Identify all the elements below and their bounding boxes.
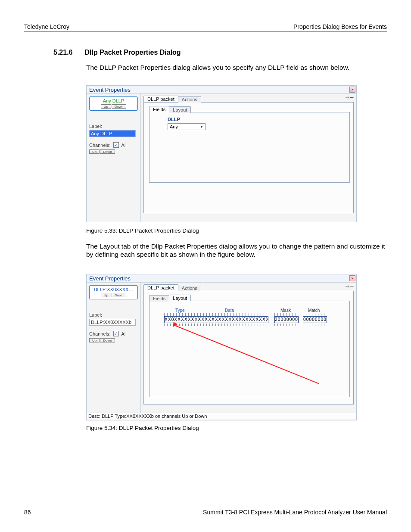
dllp-field-label: DLLP	[168, 117, 345, 122]
ruler-top	[164, 313, 268, 316]
layout-panel: Type Data Mask Match XX0XXXXXXXXXXXXXXXX…	[149, 301, 350, 397]
ruler-match-top	[303, 313, 327, 316]
right-pane: ⊣⊢ DLLP packet Actions Fields Layout Typ…	[141, 283, 356, 413]
figure-caption-1: Figure 5.33: DLLP Packet Properties Dial…	[86, 227, 199, 234]
tab-actions[interactable]: Actions	[178, 285, 201, 291]
mask-label: Mask	[280, 308, 291, 313]
event-node-name: DLLP:XX0XXXX…	[91, 287, 136, 292]
channel-down-button[interactable]: Down	[100, 338, 115, 342]
left-pane: DLLP:XX0XXXX… Up Down Label: DLLP:XX0XXX…	[87, 283, 141, 413]
pin-icon[interactable]: ⊣⊢	[345, 283, 354, 289]
dialog-title: Event Properties	[89, 275, 131, 282]
pointer-line	[175, 325, 320, 384]
section-number: 5.21.6	[53, 49, 83, 56]
dllp-combo-value: Any	[170, 124, 178, 129]
ruler-match-bottom	[303, 324, 327, 326]
page-footer: 86 Summit T3-8 PCI Express Multi-Lane Pr…	[24, 509, 387, 516]
pin-icon[interactable]: ⊣⊢	[345, 95, 354, 101]
down-button[interactable]: Down	[112, 104, 126, 109]
ruler-mask-top	[274, 313, 299, 316]
right-pane: ⊣⊢ DLLP packet Actions Fields Layout DLL…	[141, 94, 356, 222]
tab-dllp-packet[interactable]: DLLP packet	[143, 284, 178, 291]
mid-paragraph: The Layout tab of the Dllp Packet Proper…	[86, 242, 387, 259]
ruler-mask-bottom	[274, 324, 299, 326]
manual-title: Summit T3-8 PCI Express Multi-Lane Proto…	[203, 509, 387, 516]
left-pane: Any DLLP Up Down Label: Any DLLP Channel…	[87, 94, 141, 222]
intro-paragraph: The DLLP Packet Properties dialog allows…	[86, 64, 387, 72]
fields-panel: DLLP Any ▼	[149, 112, 350, 183]
all-label: All	[121, 331, 127, 336]
header-right: Properties Dialog Boxes for Events	[293, 23, 387, 30]
all-checkbox[interactable]: ✓	[113, 142, 119, 148]
label-label: Label:	[89, 124, 138, 129]
section-title: Dllp Packet Properties Dialog	[84, 49, 181, 56]
tab-dllp-packet[interactable]: DLLP packet	[143, 96, 178, 102]
subtab-layout[interactable]: Layout	[169, 106, 191, 113]
layout-canvas: Type Data Mask Match XX0XXXXXXXXXXXXXXXX…	[154, 305, 345, 392]
channel-up-button[interactable]: Up	[89, 338, 100, 342]
titlebar: Event Properties ×	[87, 86, 356, 93]
event-node-name: Any DLLP	[91, 98, 136, 103]
titlebar: Event Properties ×	[87, 274, 356, 282]
close-button[interactable]: ×	[349, 275, 355, 281]
match-label: Match	[308, 308, 320, 313]
desc-bar: Desc: DLLP Type:XX0XXXXXb on channels Up…	[87, 413, 356, 419]
type-label: Type	[175, 308, 185, 313]
event-node[interactable]: Any DLLP Up Down	[89, 96, 138, 111]
tab-actions[interactable]: Actions	[178, 96, 201, 103]
page-number: 86	[24, 509, 31, 516]
subtab-fields[interactable]: Fields	[149, 295, 169, 302]
channel-down-button[interactable]: Down	[100, 149, 115, 154]
dialog-title: Event Properties	[89, 87, 131, 93]
dllp-combo[interactable]: Any ▼	[168, 123, 206, 130]
up-button[interactable]: Up	[101, 104, 111, 109]
channels-label: Channels:	[89, 331, 111, 336]
label-label: Label:	[89, 312, 138, 317]
mask-bits[interactable]: 20000000	[274, 316, 299, 323]
data-label: Data	[225, 308, 234, 313]
up-button[interactable]: Up	[101, 293, 111, 297]
event-node[interactable]: DLLP:XX0XXXX… Up Down	[89, 285, 138, 299]
close-button[interactable]: ×	[349, 87, 355, 93]
event-properties-dialog-1: Event Properties × Any DLLP Up Down Labe…	[86, 85, 357, 222]
all-label: All	[121, 143, 127, 148]
label-input[interactable]: DLLP:XX0XXXXXb	[89, 319, 136, 326]
header-left: Teledyne LeCroy	[24, 23, 69, 30]
page-header: Teledyne LeCroy Properties Dialog Boxes …	[24, 23, 387, 31]
subtab-fields[interactable]: Fields	[149, 106, 169, 112]
ruler-bottom	[164, 324, 268, 326]
channel-up-button[interactable]: Up	[89, 149, 100, 154]
section-heading: 5.21.6 Dllp Packet Properties Dialog	[53, 49, 181, 56]
typedata-bits[interactable]: XX0XXXXXXXXXXXXXXXXXXXXXXXXXXXXX	[164, 316, 268, 323]
all-checkbox[interactable]: ✓	[113, 331, 119, 336]
down-button[interactable]: Down	[112, 293, 126, 297]
match-bits[interactable]: 00000000	[303, 316, 327, 323]
label-input[interactable]: Any DLLP	[89, 130, 136, 137]
chevron-down-icon: ▼	[200, 125, 203, 129]
figure-caption-2: Figure 5.34: DLLP Packet Properties Dial…	[86, 425, 199, 431]
subtab-layout[interactable]: Layout	[169, 295, 191, 301]
channels-label: Channels:	[89, 143, 111, 148]
event-properties-dialog-2: Event Properties × DLLP:XX0XXXX… Up Down…	[86, 274, 357, 420]
